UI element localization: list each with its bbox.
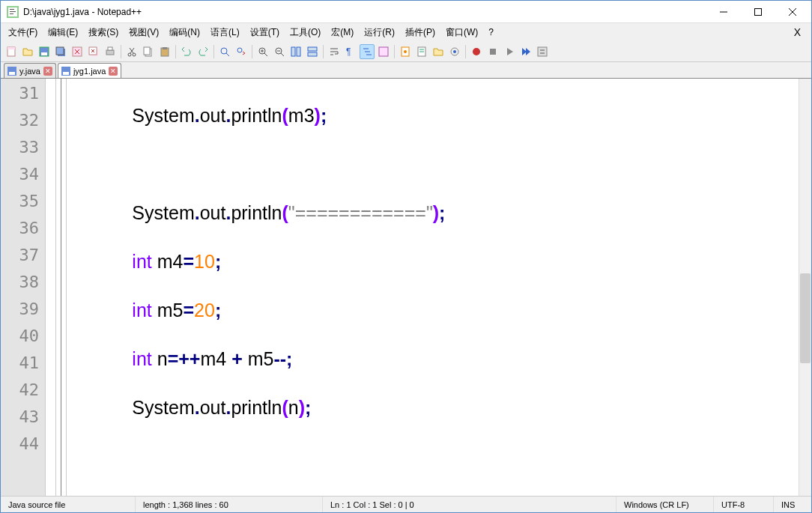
replace-icon[interactable] [234, 44, 249, 59]
show-all-chars-icon[interactable]: ¶ [343, 44, 358, 59]
scrollbar-thumb[interactable] [800, 273, 811, 363]
menu-view[interactable]: 视图(V) [124, 25, 163, 40]
svg-line-41 [281, 53, 284, 56]
code-line[interactable]: int m4=10; [70, 248, 799, 275]
monitor-icon[interactable] [447, 44, 462, 59]
line-number: 33 [1, 134, 45, 161]
toolbar: ¶ [1, 41, 811, 62]
tab-jyg1-java[interactable]: jyg1.java ✕ [58, 63, 121, 78]
menu-run[interactable]: 运行(R) [360, 25, 399, 40]
save-macro-icon[interactable] [535, 44, 550, 59]
wordwrap-icon[interactable] [327, 44, 342, 59]
tabbar: y.java ✕ jyg1.java ✕ [1, 62, 811, 79]
menubar: 文件(F) 编辑(E) 搜索(S) 视图(V) 编码(N) 语言(L) 设置(T… [1, 23, 811, 41]
paste-icon[interactable] [157, 44, 172, 59]
new-file-icon[interactable] [4, 44, 19, 59]
svg-rect-14 [56, 47, 64, 55]
tab-y-java[interactable]: y.java ✕ [4, 63, 56, 78]
indent-guide-icon[interactable] [360, 44, 375, 59]
close-all-icon[interactable] [86, 44, 101, 59]
open-file-icon[interactable] [20, 44, 35, 59]
menu-file[interactable]: 文件(F) [4, 25, 42, 40]
maximize-button[interactable] [741, 1, 775, 23]
status-eol[interactable]: Windows (CR LF) [616, 497, 714, 512]
close-file-icon[interactable] [70, 44, 85, 59]
tab-close-icon[interactable]: ✕ [109, 67, 118, 76]
copy-icon[interactable] [141, 44, 156, 59]
code-line[interactable]: System.out.println("============"); [70, 491, 799, 496]
redo-icon[interactable] [196, 44, 210, 59]
menu-search[interactable]: 搜索(S) [84, 25, 123, 40]
editor[interactable]: 31 32 33 34 35 36 37 38 39 40 41 42 43 4… [1, 79, 811, 496]
folder-icon[interactable] [431, 44, 446, 59]
svg-rect-31 [163, 47, 167, 49]
code-line[interactable]: System.out.println(n); [70, 394, 799, 421]
svg-rect-10 [7, 47, 15, 49]
disk-icon [7, 67, 16, 76]
status-encoding[interactable]: UTF-8 [714, 497, 774, 512]
status-mode[interactable]: INS [774, 497, 811, 512]
code-line[interactable]: System.out.println("============"); [70, 199, 799, 226]
menu-tools[interactable]: 工具(O) [285, 25, 325, 40]
sync-h-icon[interactable] [305, 44, 320, 59]
code-line[interactable]: int m5=20; [70, 297, 799, 324]
svg-point-34 [237, 48, 242, 52]
toolbar-separator [175, 45, 176, 58]
menu-encoding[interactable]: 编码(N) [165, 25, 204, 40]
stop-icon[interactable] [485, 44, 500, 59]
code-line[interactable] [70, 443, 799, 470]
menu-plugins[interactable]: 插件(P) [401, 25, 440, 40]
vertical-scrollbar[interactable] [799, 79, 811, 496]
bookmark-margin [46, 79, 56, 496]
doc-map-icon[interactable] [398, 44, 413, 59]
menu-help[interactable]: ? [484, 25, 498, 39]
record-icon[interactable] [469, 44, 484, 59]
menu-close-x[interactable]: X [787, 25, 808, 40]
menu-macro[interactable]: 宏(M) [327, 25, 358, 40]
svg-rect-4 [10, 13, 13, 14]
svg-rect-42 [291, 47, 295, 56]
line-number: 38 [1, 269, 45, 296]
zoom-out-icon[interactable] [272, 44, 287, 59]
close-button[interactable] [775, 1, 810, 23]
status-position: Ln : 1 Col : 1 Sel : 0 | 0 [323, 497, 616, 512]
tab-label: jyg1.java [73, 67, 106, 76]
menu-window[interactable]: 窗口(W) [441, 25, 482, 40]
menu-language[interactable]: 语言(L) [206, 25, 244, 40]
line-number: 36 [1, 215, 45, 242]
print-icon[interactable] [103, 44, 118, 59]
code-line[interactable] [70, 151, 799, 177]
svg-line-38 [264, 53, 267, 56]
func-list-icon[interactable] [414, 44, 429, 59]
menu-edit[interactable]: 编辑(E) [43, 25, 82, 40]
svg-text:¶: ¶ [346, 46, 351, 57]
window-controls [706, 1, 810, 23]
cut-icon[interactable] [124, 44, 139, 59]
toolbar-separator [252, 45, 252, 58]
titlebar: D:\java\jyg1.java - Notepad++ [1, 1, 811, 23]
find-icon[interactable] [217, 44, 232, 59]
disk-icon [61, 67, 70, 76]
svg-rect-63 [538, 47, 547, 56]
save-all-icon[interactable] [53, 44, 68, 59]
minimize-button[interactable] [706, 1, 741, 23]
line-number: 44 [1, 431, 45, 458]
svg-rect-12 [41, 52, 47, 55]
code-line[interactable]: System.out.println(m3); [70, 102, 799, 129]
code-line[interactable]: int n=++m4 + m5--; [70, 345, 799, 372]
play-multi-icon[interactable] [518, 44, 533, 59]
zoom-in-icon[interactable] [255, 44, 270, 59]
svg-point-55 [404, 50, 407, 53]
svg-rect-44 [308, 47, 317, 51]
menu-settings[interactable]: 设置(T) [246, 25, 284, 40]
lang-icon[interactable] [376, 44, 391, 59]
tab-close-icon[interactable]: ✕ [43, 67, 52, 76]
code-area[interactable]: System.out.println(m3); System.out.print… [67, 79, 799, 496]
sync-v-icon[interactable] [288, 44, 303, 59]
undo-icon[interactable] [179, 44, 194, 59]
svg-line-26 [130, 48, 134, 53]
svg-rect-69 [63, 72, 69, 75]
save-icon[interactable] [37, 44, 52, 59]
play-icon[interactable] [502, 44, 517, 59]
line-number: 40 [1, 323, 45, 350]
